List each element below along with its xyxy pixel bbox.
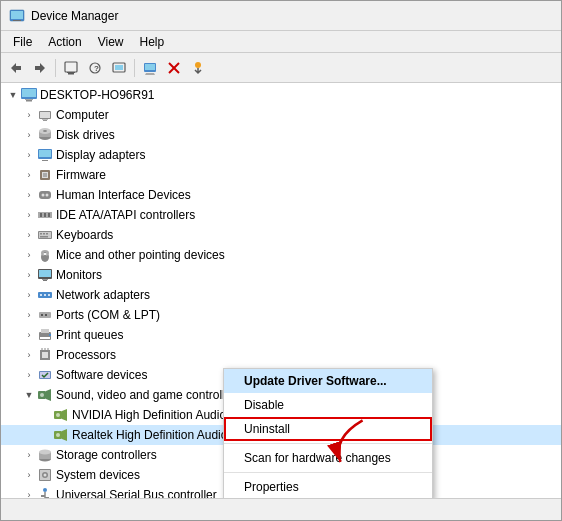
icon-storage (37, 447, 53, 463)
icon-ide (37, 207, 53, 223)
tree-item-processors[interactable]: › Processors (1, 345, 561, 365)
icon-usb (37, 487, 53, 498)
expand-sound[interactable]: ▼ (21, 387, 37, 403)
toolbar-sep-2 (134, 59, 135, 77)
icon-network (37, 287, 53, 303)
context-menu-disable[interactable]: Disable (224, 393, 432, 417)
expand-network[interactable]: › (21, 287, 37, 303)
svg-point-83 (56, 433, 60, 437)
title-bar-text: Device Manager (31, 9, 118, 23)
svg-point-59 (44, 294, 46, 296)
root-expand-icon[interactable]: ▼ (5, 87, 21, 103)
toolbar-btn6[interactable] (187, 57, 209, 79)
expand-monitors[interactable]: › (21, 267, 37, 283)
icon-hid (37, 187, 53, 203)
svg-rect-6 (68, 73, 74, 75)
tree-item-network[interactable]: › Network adapters (1, 285, 561, 305)
menu-help[interactable]: Help (132, 33, 173, 51)
tree-item-computer[interactable]: › Computer (1, 105, 561, 125)
label-ide: IDE ATA/ATAPI controllers (56, 208, 195, 222)
label-firmware: Firmware (56, 168, 106, 182)
expand-nvidia (37, 407, 53, 423)
label-display: Display adapters (56, 148, 145, 162)
svg-rect-46 (43, 233, 45, 235)
svg-marker-3 (11, 63, 21, 73)
context-menu-properties[interactable]: Properties (224, 475, 432, 498)
icon-software (37, 367, 53, 383)
tree-root[interactable]: ▼ DESKTOP-HO96R91 (1, 85, 561, 105)
svg-point-60 (48, 294, 50, 296)
svg-text:?: ? (94, 64, 99, 73)
expand-software[interactable]: › (21, 367, 37, 383)
tree-item-monitors[interactable]: › Monitors (1, 265, 561, 285)
menu-file[interactable]: File (5, 33, 40, 51)
tree-item-disk[interactable]: › Disk drives (1, 125, 561, 145)
expand-computer[interactable]: › (21, 107, 37, 123)
toolbar-btn2[interactable]: ? (84, 57, 106, 79)
toolbar-back[interactable] (5, 57, 27, 79)
toolbar-btn5[interactable] (163, 57, 185, 79)
tree-item-keyboards[interactable]: › Keyboards (1, 225, 561, 245)
tree-item-ports[interactable]: › Ports (COM & LPT) (1, 305, 561, 325)
tree-item-ide[interactable]: › IDE ATA/ATAPI controllers (1, 205, 561, 225)
label-processors: Processors (56, 348, 116, 362)
icon-nvidia (53, 407, 69, 423)
expand-firmware[interactable]: › (21, 167, 37, 183)
svg-rect-23 (40, 112, 50, 118)
expand-processors[interactable]: › (21, 347, 37, 363)
toolbar-btn3[interactable] (108, 57, 130, 79)
menu-bar: File Action View Help (1, 31, 561, 53)
svg-rect-20 (26, 100, 32, 102)
svg-rect-95 (45, 497, 49, 498)
svg-point-38 (46, 194, 49, 197)
svg-rect-55 (43, 280, 47, 281)
expand-keyboards[interactable]: › (21, 227, 37, 243)
svg-rect-63 (45, 314, 47, 316)
menu-action[interactable]: Action (40, 33, 89, 51)
expand-usb[interactable]: › (21, 487, 37, 498)
svg-rect-24 (43, 120, 47, 121)
tree-item-mice[interactable]: › Mice and other pointing devices (1, 245, 561, 265)
svg-rect-65 (41, 329, 49, 333)
toolbar-forward[interactable] (29, 57, 51, 79)
svg-rect-1 (11, 11, 23, 19)
tree-item-hid[interactable]: › Human Interface Devices (1, 185, 561, 205)
expand-print[interactable]: › (21, 327, 37, 343)
label-sound: Sound, video and game controllers (56, 388, 241, 402)
expand-mice[interactable]: › (21, 247, 37, 263)
svg-rect-2 (13, 20, 21, 21)
svg-rect-47 (46, 233, 48, 235)
svg-marker-82 (62, 429, 67, 441)
context-menu-update[interactable]: Update Driver Software... (224, 369, 432, 393)
svg-rect-7 (67, 72, 75, 73)
expand-ports[interactable]: › (21, 307, 37, 323)
svg-rect-54 (39, 270, 51, 277)
expand-realtek (37, 427, 53, 443)
toolbar-btn4[interactable] (139, 57, 161, 79)
svg-rect-35 (43, 173, 47, 177)
expand-hid[interactable]: › (21, 187, 37, 203)
content-area[interactable]: ▼ DESKTOP-HO96R91 › Computer › (1, 83, 561, 498)
icon-sound (37, 387, 53, 403)
svg-rect-5 (65, 62, 77, 72)
label-network: Network adapters (56, 288, 150, 302)
tree-item-print[interactable]: › Print queues (1, 325, 561, 345)
icon-monitor (37, 267, 53, 283)
label-ports: Ports (COM & LPT) (56, 308, 160, 322)
device-manager-window: Device Manager File Action View Help ? (0, 0, 562, 521)
svg-marker-79 (62, 409, 67, 421)
menu-view[interactable]: View (90, 33, 132, 51)
expand-system[interactable]: › (21, 467, 37, 483)
toolbar-btn1[interactable] (60, 57, 82, 79)
tree-item-firmware[interactable]: › Firmware (1, 165, 561, 185)
label-print: Print queues (56, 328, 123, 342)
context-menu-uninstall-label: Uninstall (244, 422, 290, 436)
svg-rect-66 (40, 337, 50, 339)
tree-item-display[interactable]: › Display adapters (1, 145, 561, 165)
svg-point-90 (44, 474, 47, 477)
expand-disk[interactable]: › (21, 127, 37, 143)
expand-storage[interactable]: › (21, 447, 37, 463)
expand-ide[interactable]: › (21, 207, 37, 223)
svg-marker-76 (46, 389, 51, 401)
expand-display[interactable]: › (21, 147, 37, 163)
